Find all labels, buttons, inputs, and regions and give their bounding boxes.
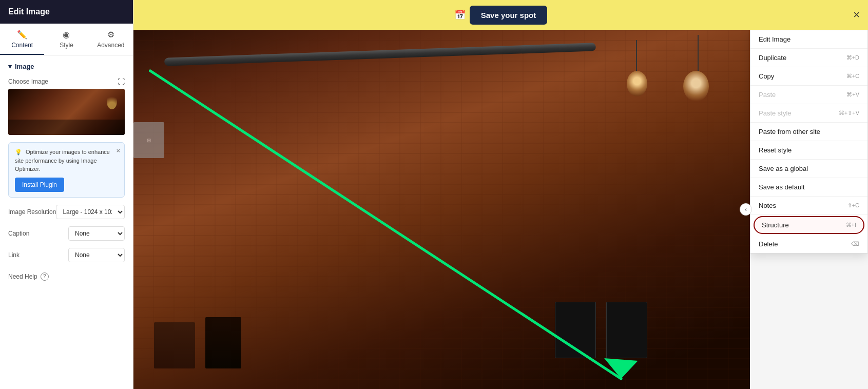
context-menu-item-structure[interactable]: Structure ⌘+I: [754, 216, 864, 234]
tab-style-label: Style: [60, 42, 73, 49]
context-menu-item-paste-from-other-site[interactable]: Paste from other site: [750, 123, 867, 141]
collapse-handle[interactable]: ‹: [740, 203, 752, 216]
image-resolution-label: Image Resolution: [8, 208, 56, 216]
coffee-image: ⊞: [133, 30, 750, 389]
tab-content-label: Content: [11, 42, 33, 49]
caption-select[interactable]: None: [68, 226, 125, 241]
close-button[interactable]: ×: [853, 8, 860, 22]
context-menu-item-edit-image[interactable]: Edit Image: [750, 30, 867, 49]
context-menu-item-delete[interactable]: Delete ⌫: [750, 235, 867, 253]
canvas-area: ⊞ ‹ Edit Image Duplicate: [133, 30, 868, 389]
context-menu-item-copy[interactable]: Copy ⌘+C: [750, 67, 867, 86]
context-menu-item-notes[interactable]: Notes ⇧+C: [750, 197, 867, 215]
image-section-title: ▾ Image: [8, 63, 125, 70]
optimize-banner: 💡 Optimize your images to enhance site p…: [8, 142, 125, 198]
tab-style[interactable]: ◉ Style: [44, 24, 88, 55]
link-label: Link: [8, 251, 20, 259]
sidebar-title: Edit Image: [8, 7, 50, 16]
caption-row: Caption None: [8, 226, 125, 241]
style-icon: ◉: [63, 30, 70, 40]
need-help-link[interactable]: Need Help ?: [8, 273, 125, 281]
gear-icon: ⚙: [107, 30, 114, 40]
save-spot-button[interactable]: Save your spot: [470, 6, 548, 25]
sidebar-tabs: ✏️ Content ◉ Style ⚙ Advanced: [0, 24, 133, 55]
section-arrow: ▾: [8, 63, 12, 70]
help-icon: ?: [41, 273, 49, 281]
tab-advanced-label: Advanced: [97, 42, 124, 49]
context-menu-item-paste: Paste ⌘+V: [750, 86, 867, 104]
context-menu: Edit Image Duplicate ⌘+D Copy ⌘+C Paste …: [750, 30, 868, 254]
banner-close-button[interactable]: ×: [116, 146, 120, 156]
sidebar: Edit Image ✏️ Content ◉ Style ⚙ Advanced…: [0, 0, 133, 389]
tab-advanced[interactable]: ⚙ Advanced: [89, 24, 133, 55]
context-menu-item-duplicate[interactable]: Duplicate ⌘+D: [750, 49, 867, 67]
sidebar-content: ▾ Image Choose Image ⛶ 💡 Optimize your i…: [0, 55, 133, 389]
context-menu-item-save-as-default[interactable]: Save as default: [750, 178, 867, 197]
choose-image-label: Choose Image ⛶: [8, 77, 125, 86]
caption-label: Caption: [8, 230, 29, 237]
context-menu-item-reset-style[interactable]: Reset style: [750, 141, 867, 160]
image-resolution-select[interactable]: Large - 1024 x 102: [56, 205, 125, 219]
optimize-icon: 💡: [15, 149, 22, 155]
link-row: Link None: [8, 248, 125, 262]
top-bar: 📅 Save your spot ×: [133, 0, 868, 30]
calendar-icon: 📅: [454, 9, 466, 21]
image-thumbnail[interactable]: [8, 89, 125, 135]
sidebar-header: Edit Image: [0, 0, 133, 24]
install-plugin-button[interactable]: Install Plugin: [15, 178, 64, 192]
image-resolution-row: Image Resolution Large - 1024 x 102: [8, 205, 125, 219]
edit-icon: ✏️: [17, 30, 27, 40]
context-menu-item-save-as-global[interactable]: Save as a global: [750, 160, 867, 178]
link-select[interactable]: None: [68, 248, 125, 262]
expand-icon[interactable]: ⛶: [118, 77, 125, 86]
context-menu-item-paste-style: Paste style ⌘+⇧+V: [750, 104, 867, 123]
tab-content[interactable]: ✏️ Content: [0, 24, 44, 55]
